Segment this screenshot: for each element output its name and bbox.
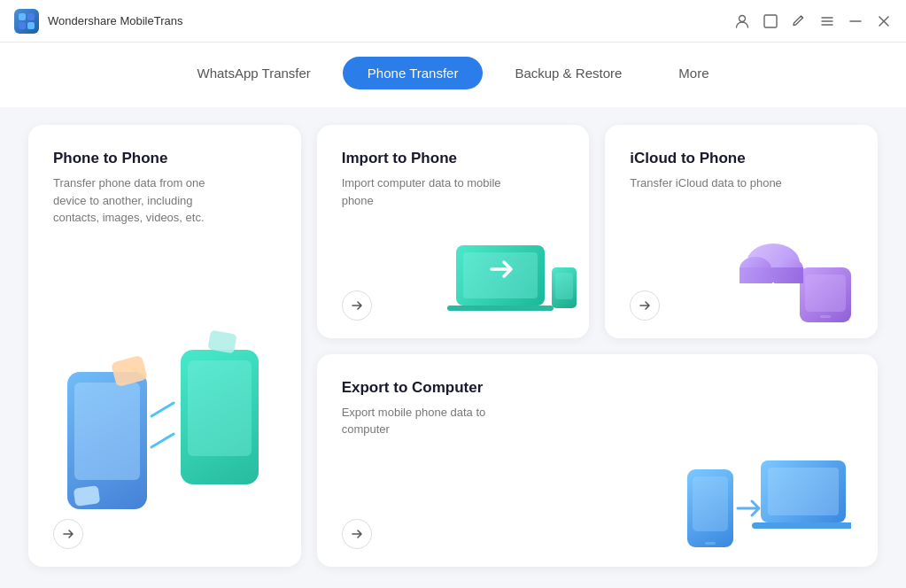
card-export-to-computer[interactable]: Export to Computer Export mobile phone d… bbox=[317, 354, 878, 568]
svg-rect-2 bbox=[19, 22, 26, 29]
svg-rect-18 bbox=[74, 485, 101, 507]
card-icloud-title: iCloud to Phone bbox=[630, 150, 853, 167]
tab-phone-transfer[interactable]: Phone Transfer bbox=[343, 57, 484, 89]
card-phone-to-phone-title: Phone to Phone bbox=[53, 150, 276, 167]
card-import-title: Import to Phone bbox=[342, 150, 565, 167]
title-bar-right bbox=[734, 13, 892, 29]
card-import-arrow[interactable] bbox=[342, 290, 372, 321]
svg-rect-21 bbox=[447, 306, 554, 311]
card-phone-to-phone-arrow[interactable] bbox=[53, 519, 83, 549]
card-import-desc: Import computer data to mobile phone bbox=[342, 174, 501, 209]
svg-rect-13 bbox=[74, 383, 140, 480]
svg-rect-35 bbox=[768, 468, 839, 515]
menu-icon[interactable] bbox=[819, 13, 835, 29]
import-illustration bbox=[447, 223, 580, 329]
edit-icon[interactable] bbox=[791, 13, 807, 29]
card-export-arrow[interactable] bbox=[342, 519, 372, 549]
svg-rect-0 bbox=[19, 13, 26, 20]
tab-more[interactable]: More bbox=[654, 57, 733, 89]
svg-rect-25 bbox=[805, 275, 846, 312]
svg-point-4 bbox=[740, 15, 746, 21]
svg-rect-26 bbox=[820, 315, 831, 318]
app-icon bbox=[14, 9, 39, 34]
tab-backup-restore[interactable]: Backup & Restore bbox=[490, 57, 647, 89]
profile-icon[interactable] bbox=[734, 13, 750, 29]
phone-to-phone-illustration bbox=[58, 319, 271, 522]
svg-rect-33 bbox=[705, 542, 716, 545]
card-icloud-arrow[interactable] bbox=[630, 290, 660, 321]
card-icloud-desc: Transfer iCloud data to phone bbox=[630, 174, 789, 192]
svg-rect-3 bbox=[27, 22, 35, 29]
title-bar-left: Wondershare MobileTrans bbox=[14, 9, 182, 34]
svg-rect-5 bbox=[764, 15, 777, 27]
svg-rect-36 bbox=[752, 522, 851, 529]
svg-rect-23 bbox=[555, 273, 573, 299]
card-export-desc: Export mobile phone data to computer bbox=[342, 404, 501, 438]
svg-rect-20 bbox=[463, 252, 538, 298]
minimize-icon[interactable] bbox=[848, 13, 863, 29]
svg-rect-30 bbox=[740, 267, 803, 283]
card-phone-to-phone[interactable]: Phone to Phone Transfer phone data from … bbox=[28, 125, 301, 567]
icloud-illustration bbox=[738, 223, 871, 329]
app-title: Wondershare MobileTrans bbox=[48, 14, 182, 27]
tab-whatsapp-transfer[interactable]: WhatsApp Transfer bbox=[172, 57, 335, 89]
svg-rect-32 bbox=[693, 476, 728, 531]
card-icloud-to-phone[interactable]: iCloud to Phone Transfer iCloud data to … bbox=[605, 125, 878, 338]
main-content: Phone to Phone Transfer phone data from … bbox=[0, 107, 906, 588]
card-import-to-phone[interactable]: Import to Phone Import computer data to … bbox=[317, 125, 590, 338]
card-export-title: Export to Computer bbox=[342, 379, 853, 397]
close-icon[interactable] bbox=[876, 13, 892, 29]
title-bar: Wondershare MobileTrans bbox=[0, 0, 906, 43]
card-phone-to-phone-desc: Transfer phone data from one device to a… bbox=[53, 174, 213, 227]
nav-bar: WhatsApp Transfer Phone Transfer Backup … bbox=[0, 43, 906, 107]
window-icon[interactable] bbox=[763, 13, 778, 29]
export-illustration bbox=[683, 443, 851, 558]
svg-rect-1 bbox=[27, 13, 35, 20]
svg-rect-15 bbox=[188, 360, 252, 456]
